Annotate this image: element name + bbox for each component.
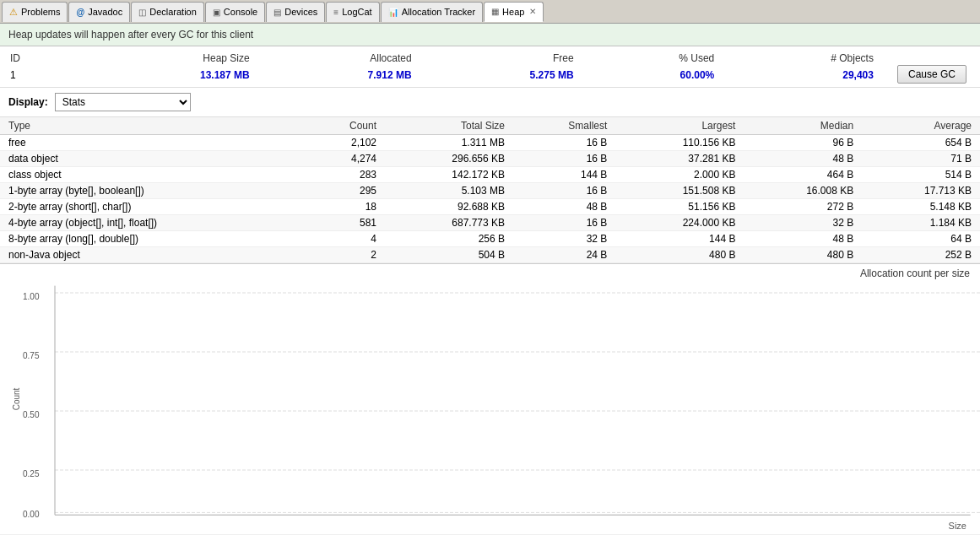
stats-cell-0-1: 2,102	[304, 135, 385, 151]
stats-cell-2-0: class object	[0, 167, 304, 183]
chart-x-label: Size	[949, 521, 966, 531]
stats-table: Type Count Total Size Smallest Largest M…	[0, 117, 980, 263]
stats-cell-2-3: 144 B	[513, 167, 615, 183]
stats-col-average: Average	[862, 117, 980, 135]
devices-icon: ▤	[273, 8, 281, 17]
chart-svg: 1.00 0.75 0.50 0.25 0.00	[21, 281, 980, 517]
stats-cell-4-0: 2-byte array (short[], char[])	[0, 199, 304, 215]
stats-cell-3-5: 16.008 KB	[744, 183, 862, 199]
tab-bar: ⚠ Problems @ Javadoc ◫ Declaration ▣ Con…	[0, 0, 980, 24]
tab-console[interactable]: ▣ Console	[205, 2, 265, 22]
heap-table: ID Heap Size Allocated Free % Used # Obj…	[7, 50, 884, 84]
stats-cell-0-5: 96 B	[744, 135, 862, 151]
stats-col-count: Count	[304, 117, 385, 135]
col-heap-size: Heap Size	[84, 50, 260, 67]
cause-gc-button[interactable]: Cause GC	[897, 65, 966, 84]
col-id: ID	[7, 50, 84, 67]
stats-cell-5-0: 4-byte array (object[], int[], float[])	[0, 215, 304, 231]
tab-devices-label: Devices	[284, 7, 317, 17]
notification-bar: Heap updates will happen after every GC …	[0, 24, 980, 46]
stats-cell-2-5: 464 B	[744, 167, 862, 183]
stats-cell-0-6: 654 B	[862, 135, 980, 151]
stats-cell-6-1: 4	[304, 231, 385, 247]
stats-cell-7-3: 24 B	[513, 247, 615, 263]
allocation-tracker-icon: 📊	[388, 8, 398, 17]
stats-row-5: 4-byte array (object[], int[], float[])5…	[0, 215, 980, 231]
tab-declaration-label: Declaration	[149, 7, 197, 17]
stats-cell-3-6: 17.713 KB	[862, 183, 980, 199]
stats-cell-1-5: 48 B	[744, 151, 862, 167]
tab-heap-close[interactable]: ✕	[529, 7, 536, 16]
tab-problems-label: Problems	[21, 7, 60, 17]
logcat-icon: ≡	[333, 8, 338, 17]
stats-cell-0-3: 16 B	[513, 135, 615, 151]
stats-cell-1-3: 16 B	[513, 151, 615, 167]
stats-col-type: Type	[0, 117, 304, 135]
display-select[interactable]: Stats Allocation count per size	[55, 93, 191, 111]
tab-problems[interactable]: ⚠ Problems	[2, 2, 68, 22]
stats-cell-5-6: 1.184 KB	[862, 215, 980, 231]
col-free: Free	[422, 50, 584, 67]
svg-text:0.25: 0.25	[23, 469, 40, 478]
tab-javadoc[interactable]: @ Javadoc	[68, 2, 130, 22]
heap-percent-used-value: 60.00%	[584, 67, 725, 84]
heap-info-section: ID Heap Size Allocated Free % Used # Obj…	[0, 46, 980, 88]
svg-text:0.00: 0.00	[23, 510, 40, 517]
stats-cell-1-2: 296.656 KB	[385, 151, 513, 167]
svg-text:0.50: 0.50	[23, 410, 40, 419]
stats-cell-6-5: 48 B	[744, 231, 862, 247]
stats-cell-5-5: 32 B	[744, 215, 862, 231]
stats-cell-4-6: 5.148 KB	[862, 199, 980, 215]
stats-row-4: 2-byte array (short[], char[])1892.688 K…	[0, 199, 980, 215]
stats-cell-6-2: 256 B	[385, 231, 513, 247]
stats-row-3: 1-byte array (byte[], boolean[])2955.103…	[0, 183, 980, 199]
stats-cell-4-5: 272 B	[744, 199, 862, 215]
notification-text: Heap updates will happen after every GC …	[8, 29, 253, 41]
stats-cell-7-2: 504 B	[385, 247, 513, 263]
heap-data-row: 1 13.187 MB 7.912 MB 5.275 MB 60.00% 29,…	[7, 67, 884, 84]
col-percent-used: % Used	[584, 50, 725, 67]
stats-cell-7-6: 252 B	[862, 247, 980, 263]
stats-col-total-size: Total Size	[385, 117, 513, 135]
stats-row-7: non-Java object2504 B24 B480 B480 B252 B	[0, 247, 980, 263]
col-allocated: Allocated	[260, 50, 422, 67]
svg-text:1.00: 1.00	[23, 292, 40, 301]
heap-size-value: 13.187 MB	[84, 67, 260, 84]
tab-devices[interactable]: ▤ Devices	[266, 2, 325, 22]
stats-cell-5-1: 581	[304, 215, 385, 231]
stats-cell-1-4: 37.281 KB	[615, 151, 744, 167]
stats-cell-0-0: free	[0, 135, 304, 151]
display-label: Display:	[8, 96, 48, 108]
stats-row-2: class object283142.172 KB144 B2.000 KB46…	[0, 167, 980, 183]
stats-cell-0-4: 110.156 KB	[615, 135, 744, 151]
tab-declaration[interactable]: ◫ Declaration	[131, 2, 204, 22]
tab-logcat-label: LogCat	[342, 7, 371, 17]
stats-cell-4-4: 51.156 KB	[615, 199, 744, 215]
stats-cell-1-0: data object	[0, 151, 304, 167]
stats-cell-3-0: 1-byte array (byte[], boolean[])	[0, 183, 304, 199]
tab-logcat[interactable]: ≡ LogCat	[326, 2, 379, 22]
display-control: Display: Stats Allocation count per size	[0, 88, 980, 117]
stats-cell-7-5: 480 B	[744, 247, 862, 263]
stats-section: Type Count Total Size Smallest Largest M…	[0, 117, 980, 263]
stats-cell-7-0: non-Java object	[0, 247, 304, 263]
javadoc-icon: @	[76, 8, 84, 17]
stats-cell-5-2: 687.773 KB	[385, 215, 513, 231]
stats-cell-5-4: 224.000 KB	[615, 215, 744, 231]
stats-cell-1-6: 71 B	[862, 151, 980, 167]
tab-heap[interactable]: ▦ Heap ✕	[484, 2, 544, 22]
stats-cell-7-4: 480 B	[615, 247, 744, 263]
tab-allocation-tracker[interactable]: 📊 Allocation Tracker	[381, 2, 483, 22]
heap-data-area: ID Heap Size Allocated Free % Used # Obj…	[7, 50, 884, 84]
main-content: ID Heap Size Allocated Free % Used # Obj…	[0, 46, 980, 534]
stats-cell-3-1: 295	[304, 183, 385, 199]
stats-cell-2-6: 514 B	[862, 167, 980, 183]
svg-text:0.75: 0.75	[23, 351, 40, 360]
heap-free-value: 5.275 MB	[422, 67, 584, 84]
stats-col-largest: Largest	[615, 117, 744, 135]
tab-console-label: Console	[224, 7, 257, 17]
heap-allocated-value: 7.912 MB	[260, 67, 422, 84]
stats-cell-4-2: 92.688 KB	[385, 199, 513, 215]
stats-cell-2-2: 142.172 KB	[385, 167, 513, 183]
chart-plot-area: 1.00 0.75 0.50 0.25 0.00	[21, 281, 980, 517]
